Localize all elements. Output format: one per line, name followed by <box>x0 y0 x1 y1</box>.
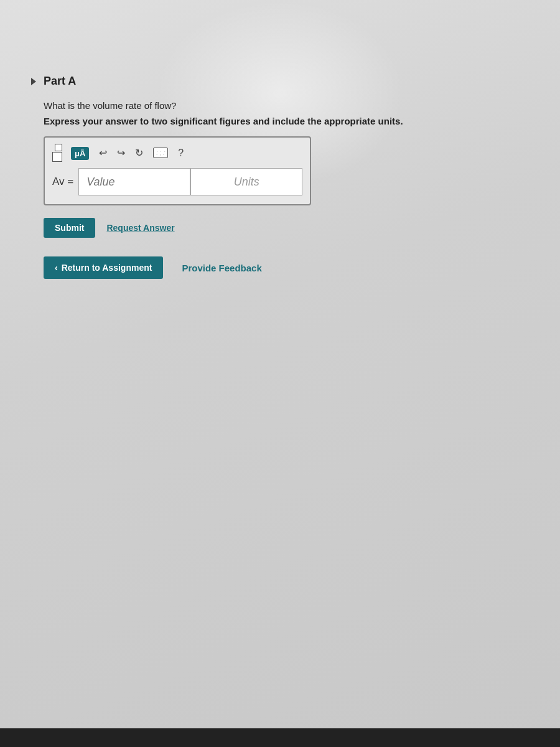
answer-box: μÅ ↩ ↪ ↻ · · · · · · · ? <box>44 136 311 205</box>
units-dropdown[interactable]: Units <box>190 168 302 195</box>
help-button[interactable]: ? <box>175 146 186 160</box>
units-label: Units <box>234 176 259 189</box>
bottom-bar <box>0 728 560 747</box>
undo-button[interactable]: ↩ <box>96 146 110 160</box>
symbol-button[interactable]: μÅ <box>68 147 91 159</box>
provide-feedback-link[interactable]: Provide Feedback <box>182 263 261 273</box>
collapse-icon[interactable] <box>31 78 36 85</box>
submit-button[interactable]: Submit <box>44 218 95 238</box>
return-label: Return to Assignment <box>62 263 152 273</box>
bottom-actions: ‹ Return to Assignment Provide Feedback <box>44 256 541 279</box>
instruction-text: Express your answer to two significant f… <box>44 116 541 126</box>
return-to-assignment-button[interactable]: ‹ Return to Assignment <box>44 256 163 279</box>
refresh-button[interactable]: ↻ <box>133 146 146 160</box>
content-area: Part A What is the volume rate of flow? … <box>31 75 541 279</box>
symbol-label: μÅ <box>71 147 89 160</box>
question-text: What is the volume rate of flow? <box>44 100 541 111</box>
small-square-icon <box>55 144 62 151</box>
square-icons <box>52 144 62 162</box>
redo-button[interactable]: ↪ <box>114 146 128 160</box>
keyboard-button[interactable]: · · · · · · · <box>151 146 170 160</box>
value-input[interactable] <box>78 168 190 195</box>
chevron-left-icon: ‹ <box>55 263 58 273</box>
part-title: Part A <box>44 75 76 88</box>
large-square-icon <box>52 152 62 162</box>
keyboard-icon: · · · · · · · <box>153 148 168 158</box>
question-block: What is the volume rate of flow? Express… <box>44 100 541 238</box>
submit-row: Submit Request Answer <box>44 218 541 238</box>
part-header: Part A <box>31 75 541 88</box>
request-answer-button[interactable]: Request Answer <box>106 223 174 233</box>
keyboard-dots-2: · · · <box>156 153 164 156</box>
toolbar: μÅ ↩ ↪ ↻ · · · · · · · ? <box>52 144 302 162</box>
av-label: Av = <box>52 176 73 188</box>
answer-row: Av = Units <box>52 168 302 195</box>
